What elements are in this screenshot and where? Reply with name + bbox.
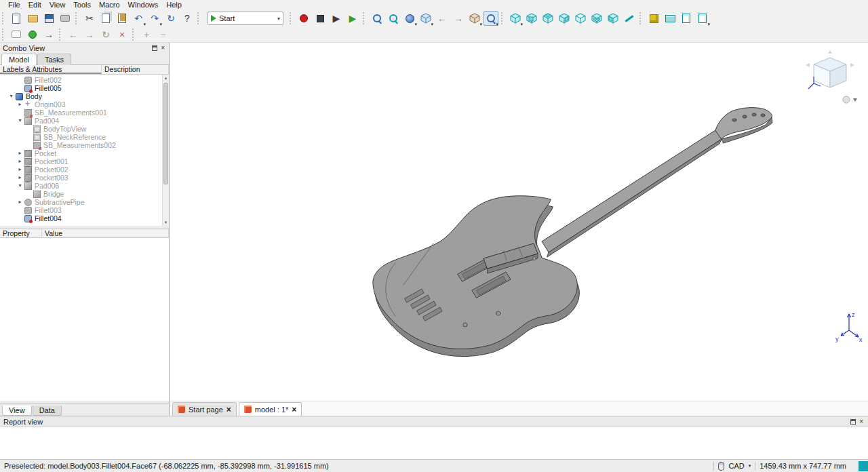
property-editor[interactable] bbox=[0, 238, 169, 401]
toolbar-handle[interactable] bbox=[363, 12, 366, 24]
tree-item-pocket003[interactable]: ▸Pocket003 bbox=[0, 174, 162, 182]
expander-icon[interactable]: ▸ bbox=[16, 149, 24, 157]
view-forward-button[interactable]: → bbox=[451, 11, 466, 26]
workbench-selector[interactable]: Start ▾ bbox=[208, 12, 283, 25]
toolbar-handle[interactable] bbox=[197, 12, 200, 24]
menu-view[interactable]: View bbox=[45, 0, 70, 10]
refresh-button[interactable]: ↻ bbox=[163, 11, 178, 26]
ok-button[interactable] bbox=[25, 27, 40, 42]
whats-this-button[interactable]: ? bbox=[180, 11, 195, 26]
view-back-button[interactable]: ← bbox=[435, 11, 450, 26]
close-icon[interactable]: × bbox=[292, 406, 296, 413]
nav-stop-button[interactable]: × bbox=[115, 27, 130, 42]
macro-record-button[interactable] bbox=[296, 11, 311, 26]
copy-button[interactable] bbox=[98, 11, 113, 26]
float-panel-icon[interactable] bbox=[850, 419, 856, 425]
report-view-content[interactable] bbox=[0, 427, 868, 459]
expander-icon[interactable]: ▾ bbox=[7, 92, 16, 100]
notification-area-icon[interactable] bbox=[859, 461, 868, 471]
whiteboard-button[interactable] bbox=[9, 27, 24, 42]
tab-tasks[interactable]: Tasks bbox=[37, 54, 71, 65]
expander-icon[interactable]: ▾ bbox=[16, 182, 24, 190]
export-button[interactable]: ▾ bbox=[695, 11, 710, 26]
tree-item-body[interactable]: ▾Body bbox=[0, 92, 162, 100]
redo-button[interactable]: ↷▾ bbox=[147, 11, 162, 26]
axonometric-view-button[interactable]: ▾ bbox=[508, 11, 523, 26]
tree-item-bodytopview[interactable]: BodyTopView bbox=[0, 125, 162, 133]
new-document-button[interactable] bbox=[9, 11, 24, 26]
menu-edit[interactable]: Edit bbox=[24, 0, 45, 10]
texture-button[interactable] bbox=[646, 11, 661, 26]
scrollbar-thumb[interactable] bbox=[163, 83, 168, 184]
tab-model-document[interactable]: model : 1* × bbox=[239, 402, 302, 416]
tab-data[interactable]: Data bbox=[33, 406, 62, 416]
import-button[interactable] bbox=[679, 11, 694, 26]
3d-viewport[interactable]: z x y Start page × model : 1* × bbox=[170, 43, 868, 416]
paste-button[interactable] bbox=[115, 11, 130, 26]
box-zoom-button[interactable]: ▾ bbox=[467, 11, 482, 26]
menu-help[interactable]: Help bbox=[162, 0, 186, 10]
print-button[interactable] bbox=[58, 11, 73, 26]
toolbar-handle[interactable] bbox=[290, 12, 292, 24]
expander-icon[interactable]: ▸ bbox=[16, 198, 24, 206]
menu-tools[interactable]: Tools bbox=[69, 0, 95, 10]
scroll-down-icon[interactable]: ▼ bbox=[163, 219, 169, 226]
nav-forward-button[interactable]: → bbox=[82, 27, 97, 42]
tree-item-pocket002[interactable]: ▸Pocket002 bbox=[0, 165, 162, 174]
toolbar-handle[interactable] bbox=[75, 12, 78, 24]
close-icon[interactable]: × bbox=[859, 418, 863, 425]
tree-item-fillet002[interactable]: Fillet002 bbox=[0, 76, 162, 84]
tree-item-fillet003[interactable]: Fillet003 bbox=[0, 206, 162, 214]
close-icon[interactable]: × bbox=[226, 406, 231, 413]
toolbar-handle[interactable] bbox=[2, 28, 5, 41]
bottom-view-button[interactable] bbox=[589, 11, 604, 26]
menu-windows[interactable]: Windows bbox=[124, 0, 163, 10]
toolbar-handle[interactable] bbox=[2, 12, 5, 24]
tree-item-pocket001[interactable]: ▸Pocket001 bbox=[0, 157, 162, 165]
tab-model[interactable]: Model bbox=[1, 54, 37, 65]
tree-item-bridge[interactable]: Bridge bbox=[0, 190, 162, 198]
menu-file[interactable]: File bbox=[4, 0, 24, 10]
top-view-button[interactable] bbox=[540, 11, 555, 26]
nav-back-button[interactable]: ← bbox=[66, 27, 81, 42]
macro-stop-button[interactable] bbox=[313, 11, 328, 26]
front-view-button[interactable] bbox=[524, 11, 539, 26]
expander-icon[interactable]: ▸ bbox=[16, 100, 24, 109]
navigation-cube[interactable] bbox=[803, 48, 860, 105]
toolbar-handle[interactable] bbox=[639, 12, 642, 24]
guitar-model[interactable] bbox=[170, 43, 867, 416]
tree-item-sb_measurements002[interactable]: SB_Measurements002 bbox=[0, 141, 162, 149]
float-panel-icon[interactable] bbox=[152, 45, 157, 51]
zoom-in-button[interactable]: + bbox=[139, 27, 154, 42]
tab-start-page[interactable]: Start page × bbox=[172, 402, 237, 416]
measure-button[interactable] bbox=[622, 11, 637, 26]
draw-style-button[interactable]: ▾ bbox=[402, 11, 417, 26]
fit-selection-button[interactable] bbox=[386, 11, 401, 26]
navigation-style-selector[interactable]: CAD bbox=[728, 462, 744, 470]
fit-all-button[interactable] bbox=[370, 11, 384, 26]
go-button[interactable]: → bbox=[41, 27, 56, 42]
tree-item-fillet004[interactable]: Fillet004 bbox=[0, 214, 162, 222]
cut-button[interactable]: ✂ bbox=[82, 11, 97, 26]
menu-macro[interactable]: Macro bbox=[95, 0, 124, 10]
tree-scrollbar[interactable]: ▲ ▼ bbox=[162, 75, 169, 226]
macro-debug-button[interactable]: ▶ bbox=[329, 11, 344, 26]
isometric-view-button[interactable]: ▾ bbox=[418, 11, 433, 26]
tree-item-fillet005[interactable]: Fillet005 bbox=[0, 84, 162, 92]
left-view-button[interactable] bbox=[606, 11, 620, 26]
expander-icon[interactable]: ▸ bbox=[16, 174, 24, 182]
expander-icon[interactable]: ▸ bbox=[16, 165, 24, 174]
rear-view-button[interactable] bbox=[573, 11, 588, 26]
right-view-button[interactable] bbox=[557, 11, 572, 26]
tree-item-sb_neckreference[interactable]: SB_NeckReference bbox=[0, 133, 162, 141]
group-button[interactable] bbox=[663, 11, 677, 26]
expander-icon[interactable]: ▸ bbox=[16, 157, 24, 165]
tree-item-sb_measurements001[interactable]: SB_Measurements001 bbox=[0, 109, 162, 117]
scroll-up-icon[interactable]: ▲ bbox=[163, 75, 169, 81]
tree-item-pocket[interactable]: ▸Pocket bbox=[0, 149, 162, 157]
nav-refresh-button[interactable]: ↻ bbox=[98, 27, 113, 42]
macro-play-button[interactable]: ▶ bbox=[345, 11, 360, 26]
save-button[interactable] bbox=[41, 11, 56, 26]
toolbar-handle[interactable] bbox=[59, 28, 62, 41]
undo-button[interactable]: ↶▾ bbox=[131, 11, 146, 26]
